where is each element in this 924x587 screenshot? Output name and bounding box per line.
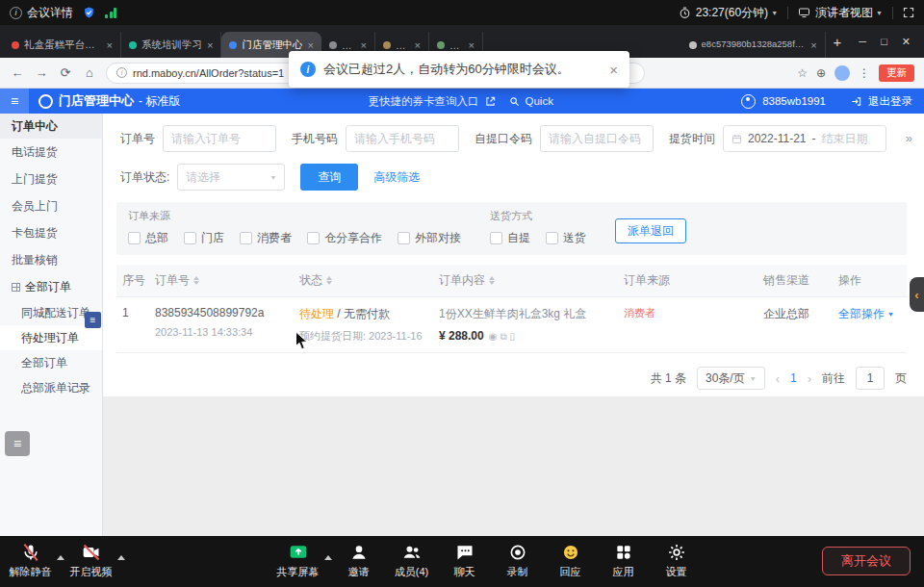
view-mode-label[interactable]: 演讲者视图 <box>815 5 873 21</box>
network-signal-icon[interactable] <box>105 8 116 18</box>
timer-dropdown-icon[interactable]: ▼ <box>771 10 778 16</box>
hamburger-menu-icon[interactable]: ≡ <box>0 89 29 114</box>
meeting-info-icon[interactable]: i <box>10 7 22 19</box>
mute-options-caret[interactable] <box>57 555 64 560</box>
sidebar-sub-all-orders[interactable]: 全部订单 <box>0 350 102 375</box>
tab-close-icon[interactable]: × <box>468 39 474 51</box>
checkbox[interactable] <box>546 232 558 244</box>
browser-tab-mini[interactable]: e8c573980b1328a258fd2e6同× <box>681 32 826 58</box>
share-options-caret[interactable] <box>324 555 332 560</box>
tab-close-icon[interactable]: × <box>810 39 816 51</box>
sidebar-sub-pending-orders[interactable]: 待处理订单 <box>0 325 102 350</box>
browser-tab[interactable]: 系统培训学习× <box>121 32 221 58</box>
sidebar-item-card-pickup[interactable]: 卡包提货 <box>0 219 102 246</box>
meeting-info-label[interactable]: 会议详情 <box>27 5 73 21</box>
logout-button[interactable]: 退出登录 <box>868 94 912 109</box>
order-no-input[interactable] <box>163 125 276 152</box>
username[interactable]: 8385wb1991 <box>762 95 826 107</box>
search-button[interactable]: 查询 <box>300 164 358 191</box>
quick-link[interactable]: Quick <box>526 95 553 107</box>
sort-icon[interactable] <box>326 276 332 285</box>
source-option[interactable]: 外部对接 <box>398 230 461 246</box>
order-status-select[interactable]: 请选择 ▼ <box>177 164 285 191</box>
tab-close-icon[interactable]: × <box>414 39 420 51</box>
note-icon[interactable]: ◉ <box>489 331 500 342</box>
reaction-button[interactable]: 回应 <box>544 536 597 579</box>
members-button[interactable]: 成员(4) <box>385 536 438 579</box>
current-page[interactable]: 1 <box>790 371 797 385</box>
sort-icon[interactable] <box>193 276 199 285</box>
goto-page-input[interactable] <box>856 367 885 390</box>
promo-link[interactable]: 更快捷的券卡查询入口 <box>369 94 479 109</box>
apps-button[interactable]: 应用 <box>597 536 650 579</box>
date-range-picker[interactable]: 2022-11-21 - 结束日期 <box>723 125 886 152</box>
logout-icon[interactable] <box>851 96 861 107</box>
leave-meeting-button[interactable]: 离开会议 <box>822 547 911 575</box>
fullscreen-icon[interactable] <box>903 7 914 18</box>
browser-menu-icon[interactable]: ⋮ <box>859 66 870 80</box>
settings-button[interactable]: 设置 <box>650 536 703 579</box>
source-option[interactable]: 仓分享合作 <box>307 230 382 246</box>
record-button[interactable]: 录制 <box>491 536 544 579</box>
next-page-icon[interactable]: › <box>808 371 811 386</box>
tab-close-icon[interactable]: × <box>307 39 313 51</box>
start-video-button[interactable]: 开启视频 <box>64 536 117 579</box>
sidebar-section-order-center[interactable]: 订单中心 <box>0 114 102 139</box>
tab-close-icon[interactable]: × <box>107 39 113 51</box>
checkbox[interactable] <box>184 232 196 244</box>
window-minimize-icon[interactable]: ─ <box>859 36 866 48</box>
new-tab-button[interactable]: + <box>834 34 842 50</box>
sidebar-item-door-pickup[interactable]: 上门提货 <box>0 166 102 192</box>
reload-icon[interactable]: ⟳ <box>58 65 73 80</box>
security-shield-icon[interactable] <box>83 6 95 19</box>
side-panel-handle[interactable]: ‹ <box>910 277 924 312</box>
checkbox[interactable] <box>398 232 410 244</box>
invite-button[interactable]: 邀请 <box>332 536 385 579</box>
chat-button[interactable]: 聊天 <box>438 536 491 579</box>
forward-icon[interactable]: → <box>34 65 49 80</box>
window-maximize-icon[interactable]: □ <box>881 36 887 48</box>
col-status[interactable]: 状态 <box>299 272 439 289</box>
sidebar-item-member-visit[interactable]: 会员上门 <box>0 192 102 219</box>
view-dropdown-icon[interactable]: ▼ <box>876 10 883 16</box>
window-close-icon[interactable]: ✕ <box>902 36 911 48</box>
gift-icon[interactable]: ⧉ <box>500 331 509 342</box>
sidebar-collapse-toggle-icon[interactable]: ≡ <box>85 312 101 328</box>
home-icon[interactable]: ⌂ <box>82 65 97 80</box>
sidebar-item-all-orders-parent[interactable]: 全部订单 <box>0 273 102 300</box>
col-content[interactable]: 订单内容 <box>439 272 624 289</box>
page-size-select[interactable]: 30条/页▼ <box>697 367 765 390</box>
source-option[interactable]: 门店 <box>184 230 224 246</box>
source-option[interactable]: 消费者 <box>240 230 292 246</box>
browser-profile-avatar[interactable] <box>834 65 850 81</box>
toast-close-icon[interactable]: × <box>609 62 618 78</box>
sort-icon[interactable] <box>489 276 495 285</box>
pickup-code-input[interactable] <box>540 125 654 152</box>
site-info-icon[interactable]: i <box>116 67 127 78</box>
delivery-option[interactable]: 自提 <box>490 230 530 246</box>
checkbox[interactable] <box>240 232 252 244</box>
user-avatar-icon[interactable] <box>741 94 756 109</box>
delivery-option[interactable]: 送货 <box>546 230 586 246</box>
video-options-caret[interactable] <box>117 555 125 560</box>
panel-collapse-icon[interactable]: » <box>906 131 912 145</box>
row-action-dropdown[interactable]: 全部操作▼ <box>838 306 907 322</box>
back-icon[interactable]: ← <box>10 65 25 80</box>
dispatch-return-button[interactable]: 派单退回 <box>615 218 686 243</box>
extensions-icon[interactable]: ⊕ <box>816 66 826 80</box>
floating-list-icon[interactable]: ≡ <box>5 431 30 456</box>
browser-update-button[interactable]: 更新 <box>879 64 914 82</box>
mobile-icon[interactable]: ▯ <box>510 331 519 342</box>
prev-page-icon[interactable]: ‹ <box>776 371 780 386</box>
external-link-icon[interactable] <box>485 96 496 107</box>
advanced-filter-link[interactable]: 高级筛选 <box>373 169 420 186</box>
browser-tab[interactable]: 礼盒蛋糕平台管理中心× <box>4 32 121 58</box>
sidebar-item-batch-verify[interactable]: 批量核销 <box>0 246 102 273</box>
bookmark-star-icon[interactable]: ☆ <box>797 66 808 80</box>
checkbox[interactable] <box>490 232 502 244</box>
checkbox[interactable] <box>307 232 320 244</box>
tab-close-icon[interactable]: × <box>360 39 366 51</box>
tab-close-icon[interactable]: × <box>207 39 213 51</box>
source-option[interactable]: 总部 <box>128 230 168 246</box>
checkbox[interactable] <box>128 232 141 244</box>
